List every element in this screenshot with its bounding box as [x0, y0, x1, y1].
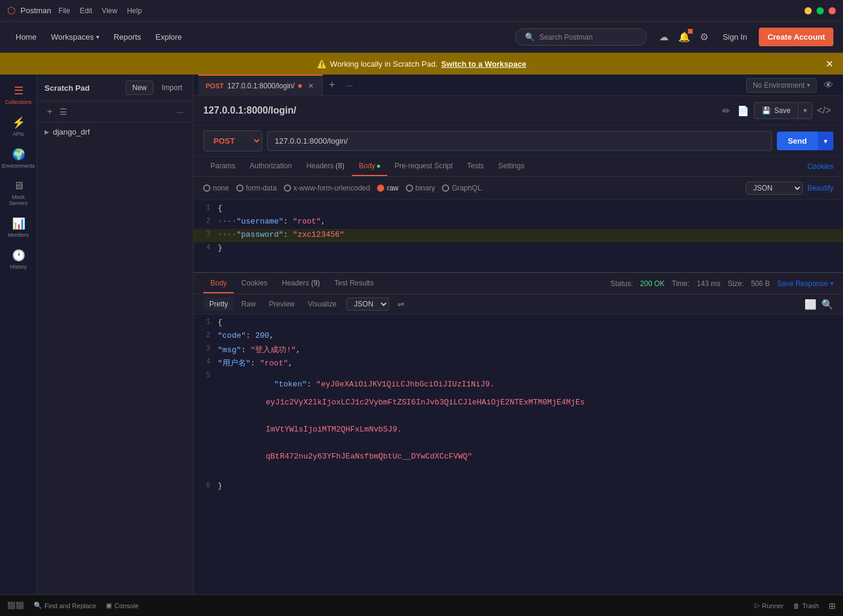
- body-tab[interactable]: Body: [352, 157, 387, 176]
- menu-edit[interactable]: Edit: [80, 7, 93, 15]
- env-selector[interactable]: No Environment ▾: [746, 78, 817, 93]
- nav-explore[interactable]: Explore: [150, 29, 188, 45]
- settings-tab[interactable]: Settings: [491, 157, 532, 176]
- graphql-option[interactable]: GraphQL: [442, 184, 481, 192]
- sidebar-item-environments[interactable]: 🌍 Environments: [2, 143, 35, 174]
- grid-icon-button[interactable]: ⊞: [829, 601, 836, 611]
- maximize-button[interactable]: [817, 7, 824, 14]
- method-select[interactable]: POST GET PUT DELETE PATCH: [203, 130, 262, 151]
- menu-view[interactable]: View: [102, 7, 117, 15]
- trash-item[interactable]: 🗑 Trash: [793, 602, 819, 609]
- edit-icon-button[interactable]: ✏: [720, 103, 732, 119]
- close-button[interactable]: [829, 7, 836, 14]
- format-select-group: JSON Text JavaScript HTML XML Beautify: [746, 181, 833, 195]
- pretty-button[interactable]: Pretty: [203, 297, 234, 311]
- collections-label: Collections: [5, 99, 31, 105]
- tab-bar: POST 127.0.0.1:8000/login/ ✕ + ··· No En…: [194, 75, 843, 96]
- response-area: Body Cookies Headers (9) Test Results St…: [194, 272, 843, 594]
- sidebar-item-collections[interactable]: ☰ Collections: [2, 79, 35, 110]
- response-body-tab[interactable]: Body: [203, 274, 234, 293]
- cookies-link[interactable]: Cookies: [808, 162, 833, 171]
- request-code-editor[interactable]: 1 { 2 ····"username": "root", 3 ····"pas…: [194, 200, 843, 272]
- response-headers-tab[interactable]: Headers (9): [275, 274, 327, 293]
- add-tab-button[interactable]: +: [323, 76, 342, 94]
- sidebar-item-apis[interactable]: ⚡ APIs: [2, 111, 35, 142]
- response-tabs-bar: Body Cookies Headers (9) Test Results St…: [194, 273, 843, 294]
- code-view-button[interactable]: </>: [815, 103, 833, 118]
- collection-more-button[interactable]: ···: [174, 105, 186, 119]
- collection-item[interactable]: ▶ django_drf: [37, 123, 193, 141]
- notification-icon-button[interactable]: 🔔: [676, 29, 693, 45]
- visualize-button[interactable]: Visualize: [302, 297, 343, 311]
- settings-icon-button[interactable]: ⚙: [697, 29, 711, 45]
- nav-home[interactable]: Home: [10, 29, 43, 45]
- response-cookies-tab[interactable]: Cookies: [234, 274, 274, 293]
- active-tab[interactable]: POST 127.0.0.1:8000/login/ ✕: [198, 75, 323, 96]
- response-format-select[interactable]: JSON Text HTML: [346, 297, 389, 311]
- beautify-button[interactable]: Beautify: [808, 184, 833, 192]
- right-main: POST 127.0.0.1:8000/login/ ✕ + ··· No En…: [194, 75, 843, 594]
- nav-workspaces[interactable]: Workspaces ▾: [45, 29, 105, 45]
- banner-text: Working locally in Scratch Pad.: [330, 59, 438, 69]
- copy-response-button[interactable]: ⬜: [805, 299, 817, 310]
- more-tabs-button[interactable]: ···: [342, 78, 358, 93]
- save-response-button[interactable]: Save Response ▾: [777, 279, 833, 288]
- menu-help[interactable]: Help: [127, 7, 142, 15]
- new-button[interactable]: New: [126, 81, 153, 95]
- docs-icon-button[interactable]: 📄: [735, 103, 752, 119]
- preview-button[interactable]: Preview: [263, 297, 301, 311]
- tests-tab[interactable]: Tests: [460, 157, 491, 176]
- tab-method: POST: [206, 82, 224, 90]
- body-format-select[interactable]: JSON Text JavaScript HTML XML: [746, 181, 803, 195]
- env-eye-button[interactable]: 👁: [819, 78, 838, 93]
- send-button[interactable]: Send: [777, 132, 818, 150]
- urlencoded-option[interactable]: x-www-form-urlencoded: [284, 184, 370, 192]
- response-actions: ⬜ 🔍: [805, 299, 833, 310]
- response-test-results-tab[interactable]: Test Results: [327, 274, 381, 293]
- line-content: ····"username": "root",: [218, 216, 325, 229]
- find-replace-item[interactable]: 🔍 Find and Replace: [34, 602, 96, 609]
- console-item[interactable]: ▣ Console: [106, 602, 138, 609]
- save-dropdown-button[interactable]: ▾: [799, 102, 812, 119]
- raw-option[interactable]: raw: [377, 184, 398, 192]
- signin-button[interactable]: Sign In: [716, 29, 754, 45]
- tab-unsaved-dot: [298, 84, 302, 88]
- form-data-option[interactable]: form-data: [236, 184, 277, 192]
- pre-request-tab[interactable]: Pre-request Script: [387, 157, 460, 176]
- add-collection-button[interactable]: +: [44, 104, 55, 120]
- trash-icon: 🗑: [793, 602, 800, 609]
- url-input[interactable]: [267, 131, 772, 151]
- sidebar-item-monitors[interactable]: 📊 Monitors: [2, 212, 35, 243]
- create-account-button[interactable]: Create Account: [759, 28, 833, 46]
- sidebar-item-mock-servers[interactable]: 🖥 Mock Servers: [2, 175, 35, 211]
- menu-file[interactable]: File: [58, 7, 70, 15]
- sidebar-item-history[interactable]: 🕐 History: [2, 244, 35, 275]
- search-bar[interactable]: 🔍 Search Postman: [515, 28, 647, 46]
- banner-close-button[interactable]: ✕: [826, 58, 833, 70]
- authorization-tab[interactable]: Authorization: [242, 157, 299, 176]
- runner-item[interactable]: ▷ Runner: [755, 602, 783, 609]
- sync-icon-button[interactable]: ☁: [657, 29, 671, 45]
- headers-tab[interactable]: Headers (8): [299, 157, 351, 176]
- none-option[interactable]: none: [203, 184, 229, 192]
- filter-button[interactable]: ☰: [57, 105, 70, 119]
- response-code[interactable]: 1 { 2 "code": 200, 3 "msg": "登入成功!", 4 "…: [194, 314, 843, 594]
- nav-reports[interactable]: Reports: [108, 29, 147, 45]
- binary-option[interactable]: binary: [406, 184, 435, 192]
- save-button[interactable]: 💾 Save: [754, 102, 799, 119]
- banner-link[interactable]: Switch to a Workspace: [441, 59, 526, 69]
- tab-close-button[interactable]: ✕: [307, 81, 315, 91]
- body-active-dot: [377, 165, 380, 168]
- search-response-button[interactable]: 🔍: [821, 299, 833, 310]
- minimize-button[interactable]: [805, 7, 812, 14]
- import-button[interactable]: Import: [158, 81, 186, 94]
- raw-button[interactable]: Raw: [235, 297, 262, 311]
- time-label: Time:: [672, 279, 690, 288]
- history-icon: 🕐: [12, 249, 25, 262]
- left-panel: Scratch Pad New Import + ☰ ··· ▶ django_…: [37, 75, 194, 594]
- banner-icon: ⚠️: [317, 59, 326, 69]
- wrap-lines-button[interactable]: ⇌: [393, 297, 409, 311]
- params-tab[interactable]: Params: [203, 157, 242, 176]
- send-dropdown-button[interactable]: ▾: [818, 132, 833, 150]
- line-number: 2: [194, 216, 218, 229]
